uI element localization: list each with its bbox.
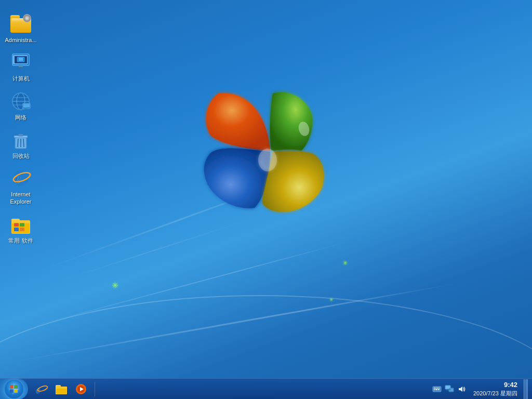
svg-rect-48 [56, 387, 66, 389]
taskbar: e [0, 378, 532, 399]
tray-volume-icon[interactable] [457, 384, 467, 394]
svg-rect-35 [20, 228, 24, 231]
svg-rect-9 [17, 67, 24, 68]
system-tray: 9:42 2020/7/23 星期四 [428, 379, 532, 399]
svg-rect-54 [435, 388, 436, 389]
show-desktop-button[interactable] [524, 379, 528, 399]
svg-line-23 [23, 139, 24, 147]
system-clock[interactable]: 9:42 2020/7/23 星期四 [469, 380, 522, 398]
svg-rect-37 [10, 385, 14, 389]
recycle-icon [10, 129, 31, 150]
taskbar-mediaplayer-icon[interactable] [72, 380, 90, 398]
desktop-icon-computer[interactable]: 计算机 [0, 49, 42, 85]
desktop-icon-network[interactable]: 网络 [0, 88, 42, 124]
tray-keyboard-icon[interactable] [432, 384, 442, 394]
start-orb [5, 380, 23, 398]
svg-text:e: e [15, 170, 21, 187]
software-icon [10, 214, 31, 235]
svg-point-0 [258, 149, 277, 171]
taskbar-ie-icon[interactable]: e [32, 380, 51, 398]
clock-date: 2020/7/23 星期四 [473, 390, 517, 397]
decoration-asterisk-2: ✳ [343, 260, 348, 267]
software-label: 常用 软件 [8, 237, 33, 244]
svg-rect-18 [24, 108, 26, 109]
decoration-asterisk-1: ✳ [112, 281, 118, 290]
svg-rect-38 [14, 385, 18, 389]
ie-label: InternetExplorer [10, 191, 32, 206]
svg-rect-58 [435, 389, 437, 390]
svg-rect-33 [20, 223, 24, 227]
svg-rect-17 [23, 104, 30, 108]
desktop-icons-container: Administra... 计算机 [0, 5, 42, 255]
start-button[interactable] [0, 379, 28, 400]
svg-rect-53 [434, 388, 435, 389]
svg-rect-56 [438, 388, 440, 389]
network-icon [10, 91, 31, 112]
administrator-label: Administra... [5, 36, 36, 44]
clock-time: 9:42 [504, 380, 517, 390]
desktop-icon-administrator[interactable]: Administra... [0, 10, 42, 47]
svg-rect-34 [14, 228, 19, 231]
svg-rect-55 [437, 388, 438, 389]
svg-rect-59 [438, 389, 440, 390]
desktop-icon-recycle[interactable]: 回收站 [0, 126, 42, 163]
computer-icon [10, 52, 31, 73]
bg-streak-3 [6, 238, 358, 334]
taskbar-explorer-icon[interactable] [52, 380, 71, 398]
svg-rect-25 [18, 134, 23, 136]
svg-rect-57 [434, 389, 435, 390]
svg-rect-36 [12, 221, 30, 223]
svg-rect-40 [14, 389, 18, 393]
administrator-icon [10, 14, 31, 34]
recycle-label: 回收站 [12, 152, 30, 159]
desktop: ✳ ✳ ✳ [0, 0, 532, 399]
svg-rect-8 [19, 65, 23, 67]
desktop-icon-software[interactable]: 常用 软件 [0, 211, 42, 247]
svg-line-21 [18, 139, 18, 147]
bg-streak-4 [4, 282, 464, 364]
svg-rect-7 [19, 58, 23, 61]
windows-logo [192, 83, 338, 229]
taskbar-separator [95, 382, 95, 396]
svg-rect-32 [14, 223, 19, 227]
network-label: 网络 [15, 114, 26, 121]
ie-icon: e [10, 168, 31, 189]
desktop-icon-ie[interactable]: e InternetExplorer [0, 165, 42, 209]
decoration-asterisk-3: ✳ [329, 297, 334, 302]
taskbar-quicklaunch: e [30, 380, 92, 398]
tray-network-icon[interactable] [444, 384, 455, 394]
svg-rect-19 [23, 108, 28, 109]
computer-label: 计算机 [12, 75, 30, 82]
svg-marker-67 [459, 387, 462, 392]
